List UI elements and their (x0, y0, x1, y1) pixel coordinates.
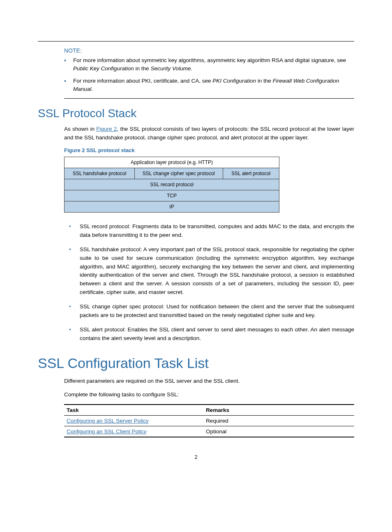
table-row: Configuring an SSL Client Policy Optiona… (64, 426, 354, 437)
task-remark: Optional (203, 426, 354, 437)
task-header: Task (64, 405, 203, 416)
section-heading-ssl-protocol-stack: SSL Protocol Stack (38, 107, 354, 120)
list-item: SSL change cipher spec protocol: Used fo… (64, 303, 354, 320)
note-text: in the (256, 78, 273, 84)
note-italic: Security Volume (150, 65, 191, 72)
note-italic: Public Key Configuration (73, 65, 134, 72)
note-list: For more information about symmetric key… (64, 56, 354, 93)
figure-caption: Figure 2 SSL protocol stack (64, 147, 354, 153)
note-text: . (191, 65, 192, 72)
table-row: Configuring an SSL Server Policy Require… (64, 415, 354, 426)
note-top-rule (38, 41, 354, 42)
note-item: For more information about symmetric key… (64, 56, 354, 73)
note-italic: PKI Configuration (212, 78, 256, 84)
task-table: Task Remarks Configuring an SSL Server P… (64, 404, 354, 437)
note-text: in the (134, 65, 151, 72)
note-text: . (91, 86, 93, 92)
stack-cell-alert: SSL alert protocol (223, 168, 279, 179)
body-paragraph: Different parameters are required on the… (64, 377, 354, 386)
protocol-bullets: SSL record protocol: Fragments data to b… (64, 222, 354, 343)
para-text: As shown in (64, 126, 96, 132)
stack-cell-change-cipher: SSL change cipher spec protocol (135, 168, 223, 179)
list-item: SSL handshake protocol: A very important… (64, 245, 354, 297)
task-remark: Required (203, 415, 354, 426)
note-text: For more information about symmetric key… (73, 57, 346, 63)
note-text: For more information about PKI, certific… (73, 78, 212, 84)
list-item: SSL record protocol: Fragments data to b… (64, 222, 354, 240)
body-paragraph: As shown in Figure 2, the SSL protocol c… (64, 125, 354, 142)
page-number: 2 (38, 454, 354, 460)
note-bottom-rule (64, 98, 354, 99)
stack-cell-application: Application layer protocol (e.g. HTTP) (65, 157, 279, 168)
figure-link[interactable]: Figure 2 (96, 126, 117, 132)
protocol-stack-table: Application layer protocol (e.g. HTTP) S… (64, 157, 279, 213)
document-page: NOTE: For more information about symmetr… (0, 0, 392, 476)
list-item: SSL alert protocol: Enables the SSL clie… (64, 326, 354, 343)
body-paragraph: Complete the following tasks to configur… (64, 391, 354, 399)
section-heading-ssl-config-task-list: SSL Configuration Task List (38, 355, 354, 371)
remarks-header: Remarks (203, 405, 354, 416)
note-item: For more information about PKI, certific… (64, 77, 354, 94)
stack-cell-tcp: TCP (65, 190, 279, 201)
stack-cell-handshake: SSL handshake protocol (65, 168, 135, 179)
stack-cell-ip: IP (65, 201, 279, 212)
task-link-client-policy[interactable]: Configuring an SSL Client Policy (67, 428, 147, 435)
stack-cell-record: SSL record protocol (65, 179, 279, 190)
task-link-server-policy[interactable]: Configuring an SSL Server Policy (67, 418, 149, 424)
note-heading: NOTE: (64, 47, 354, 54)
